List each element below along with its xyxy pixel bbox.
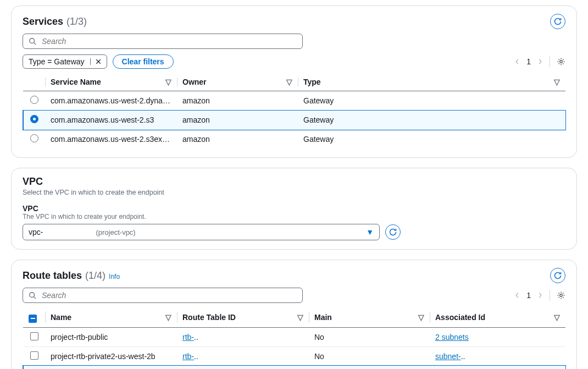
vpc-field-hint: The VPC in which to create your endpoint… <box>23 213 565 221</box>
service-radio[interactable] <box>30 115 38 123</box>
services-search-input[interactable] <box>41 36 297 46</box>
filter-token-remove[interactable] <box>90 58 107 65</box>
search-icon <box>29 291 36 299</box>
caret-down-icon: ▼ <box>366 228 374 236</box>
rt-id-link[interactable]: rtb- <box>182 333 194 342</box>
services-col-select <box>23 73 45 91</box>
route-tables-col-name[interactable]: Name▽ <box>45 307 177 327</box>
service-name-cell: com.amazonaws.us-west-2.dynamodb <box>45 91 177 111</box>
route-tables-refresh-button[interactable] <box>550 268 565 283</box>
vpc-field-label: VPC <box>23 204 565 213</box>
route-tables-col-select[interactable] <box>23 307 45 327</box>
services-search[interactable] <box>23 34 303 49</box>
select-all-checkbox[interactable] <box>29 315 37 323</box>
route-tables-col-id[interactable]: Route Table ID▽ <box>177 307 309 327</box>
vpc-subtitle: Select the VPC in which to create the en… <box>23 189 565 196</box>
route-tables-title-text: Route tables <box>23 270 82 282</box>
route-tables-panel: Route tables (1/4) Info 1 <box>11 260 577 369</box>
route-tables-title: Route tables (1/4) Info <box>23 270 120 282</box>
svg-point-1 <box>560 60 562 63</box>
svg-point-0 <box>30 38 35 43</box>
rt-assoc-cell: – <box>430 366 565 369</box>
services-paginator: 1 <box>514 56 565 67</box>
rt-name-cell: project-rtb-private2-us-west-2b <box>45 346 177 366</box>
vpc-select[interactable]: vpc- (project-vpc) ▼ <box>23 224 380 240</box>
route-tables-count: (1/4) <box>85 270 106 282</box>
table-row[interactable]: –rtb-Yes– <box>23 366 565 369</box>
rt-assoc-cell: subnet-.. <box>430 346 565 366</box>
rt-id-cell: rtb-.. <box>177 327 309 346</box>
services-count: (1/3) <box>66 16 87 27</box>
route-tables-search[interactable] <box>23 288 303 303</box>
route-tables-next-page[interactable] <box>537 291 543 299</box>
rt-id-cell: rtb- <box>177 366 309 369</box>
services-panel: Services (1/3) Type = Gateway Cl <box>11 5 577 158</box>
svg-point-2 <box>30 293 35 298</box>
route-tables-search-input[interactable] <box>41 290 297 300</box>
table-row[interactable]: com.amazonaws.us-west-2.dynamodbamazonGa… <box>23 91 565 111</box>
vpc-selected-alias: (project-vpc) <box>46 228 135 236</box>
service-radio[interactable] <box>30 134 38 142</box>
route-tables-prev-page[interactable] <box>514 291 520 299</box>
services-title: Services (1/3) <box>23 16 87 27</box>
refresh-icon <box>553 271 562 280</box>
chevron-right-icon <box>537 291 543 299</box>
filter-token-text: Type = Gateway <box>23 55 90 68</box>
rt-id-link[interactable]: rtb- <box>182 352 194 361</box>
route-tables-col-assoc[interactable]: Associated Id▽ <box>430 307 565 327</box>
services-filter-token: Type = Gateway <box>23 54 107 69</box>
service-radio[interactable] <box>30 96 38 104</box>
services-page-number: 1 <box>526 57 531 66</box>
refresh-icon <box>389 228 397 236</box>
service-type-cell: Gateway <box>298 91 565 111</box>
divider <box>550 290 550 301</box>
service-name-cell: com.amazonaws.us-west-2.s3express <box>45 130 177 149</box>
table-row[interactable]: com.amazonaws.us-west-2.s3expressamazonG… <box>23 130 565 149</box>
services-settings-button[interactable] <box>557 57 565 66</box>
service-name-cell: com.amazonaws.us-west-2.s3 <box>45 111 177 130</box>
vpc-panel: VPC Select the VPC in which to create th… <box>11 168 577 250</box>
service-owner-cell: amazon <box>177 91 298 111</box>
services-title-text: Services <box>23 16 63 27</box>
route-tables-paginator: 1 <box>514 290 565 301</box>
services-col-type[interactable]: Type▽ <box>298 73 565 91</box>
route-tables-settings-button[interactable] <box>557 291 565 300</box>
gear-icon <box>557 291 565 300</box>
rt-name-cell: project-rtb-public <box>45 327 177 346</box>
close-icon <box>95 58 102 65</box>
service-owner-cell: amazon <box>177 111 298 130</box>
rt-main-cell: Yes <box>309 366 430 369</box>
table-row[interactable]: project-rtb-private2-us-west-2brtb-..Nos… <box>23 346 565 366</box>
table-row[interactable]: project-rtb-publicrtb-..No2 subnets <box>23 327 565 346</box>
service-type-cell: Gateway <box>298 130 565 149</box>
search-icon <box>29 37 36 45</box>
services-next-page[interactable] <box>537 58 543 65</box>
vpc-refresh-button[interactable] <box>385 224 401 240</box>
rt-id-cell: rtb-.. <box>177 346 309 366</box>
services-table: Service Name▽ Owner▽ Type▽ com.amazonaws… <box>23 73 565 148</box>
assoc-link[interactable]: 2 subnets <box>435 333 469 342</box>
row-checkbox[interactable] <box>30 351 38 360</box>
services-prev-page[interactable] <box>514 58 520 65</box>
services-col-owner[interactable]: Owner▽ <box>177 73 298 91</box>
row-checkbox[interactable] <box>30 332 38 340</box>
route-tables-table: Name▽ Route Table ID▽ Main▽ Associated I… <box>23 307 565 369</box>
chevron-left-icon <box>514 58 520 65</box>
route-tables-col-main[interactable]: Main▽ <box>309 307 430 327</box>
clear-filters-button[interactable]: Clear filters <box>113 54 174 69</box>
refresh-icon <box>553 17 562 26</box>
rt-main-cell: No <box>309 327 430 346</box>
svg-point-3 <box>560 294 562 296</box>
service-type-cell: Gateway <box>298 111 565 130</box>
route-tables-info-link[interactable]: Info <box>109 273 120 280</box>
gear-icon <box>557 57 565 66</box>
rt-main-cell: No <box>309 346 430 366</box>
services-col-name[interactable]: Service Name▽ <box>45 73 177 91</box>
vpc-selected-id: vpc- <box>29 228 43 236</box>
table-row[interactable]: com.amazonaws.us-west-2.s3amazonGateway <box>23 111 565 130</box>
service-owner-cell: amazon <box>177 130 298 149</box>
rt-assoc-cell: 2 subnets <box>430 327 565 346</box>
assoc-link[interactable]: subnet- <box>435 352 461 361</box>
services-refresh-button[interactable] <box>550 14 565 29</box>
route-tables-page-number: 1 <box>526 291 531 300</box>
